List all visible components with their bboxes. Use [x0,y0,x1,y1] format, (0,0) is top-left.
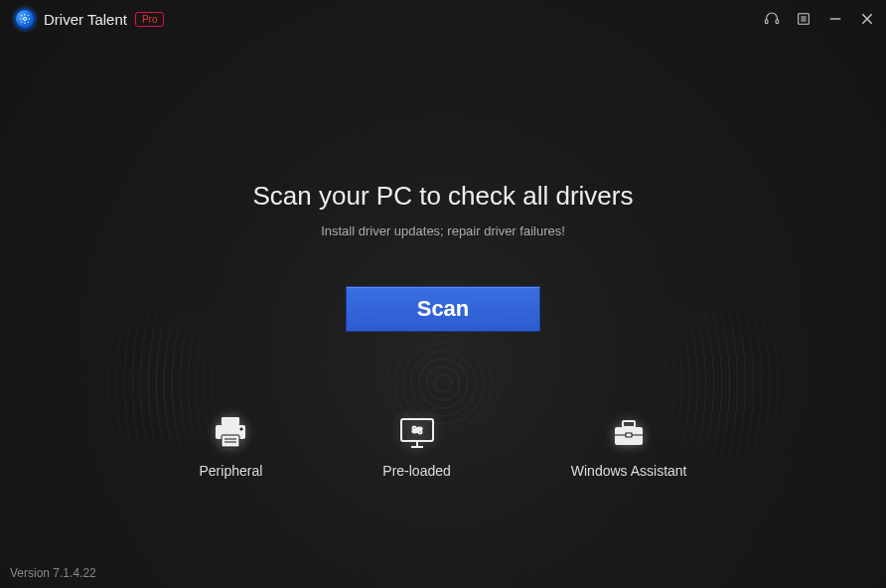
pro-badge: Pro [135,12,165,27]
minimize-button[interactable] [826,10,844,28]
svg-point-13 [240,428,243,431]
svg-rect-23 [623,421,635,427]
svg-rect-25 [626,433,632,437]
toolbox-icon [609,415,649,451]
svg-point-0 [24,18,27,21]
svg-rect-12 [222,435,239,447]
app-window: Driver Talent Pro [0,0,886,588]
svg-rect-1 [765,20,768,24]
scan-button[interactable]: Scan [346,286,540,332]
feature-windows-assistant[interactable]: Windows Assistant [571,415,687,479]
svg-point-20 [412,427,415,430]
titlebar: Driver Talent Pro [0,0,886,38]
support-icon[interactable] [763,10,781,28]
svg-rect-2 [776,20,779,24]
feature-label: Windows Assistant [571,463,687,479]
app-title: Driver Talent [44,11,127,28]
subhead: Install driver updates; repair driver fa… [0,223,886,238]
menu-icon[interactable] [795,10,812,28]
main-area: Scan your PC to check all drivers Instal… [0,38,886,588]
headline: Scan your PC to check all drivers [0,181,886,212]
feature-preloaded[interactable]: Pre-loaded [382,415,451,479]
svg-point-21 [418,431,421,434]
svg-rect-10 [222,417,239,425]
feature-label: Pre-loaded [382,463,451,479]
feature-label: Peripheral [199,463,262,479]
app-logo-icon [14,8,36,30]
features-row: Peripheral Pre-loaded [0,415,886,479]
close-button[interactable] [858,10,876,28]
monitor-icon [397,415,437,451]
titlebar-controls [763,10,876,28]
feature-peripheral[interactable]: Peripheral [199,415,262,479]
printer-icon [211,415,250,451]
